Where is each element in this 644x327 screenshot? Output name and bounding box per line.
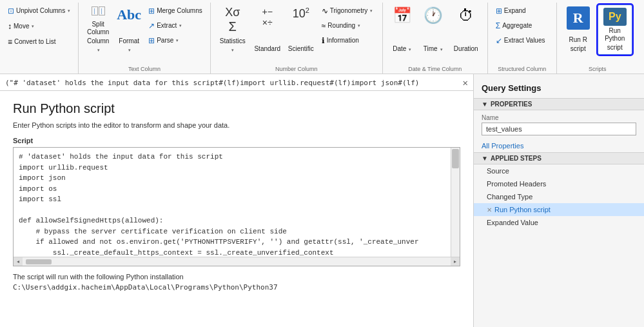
python-path: C:\Users\addgix.hacheim\AppData\Local\Pr… (0, 282, 473, 293)
scroll-left-button[interactable]: ◂ (14, 257, 23, 266)
r-script-icon: R (567, 6, 590, 30)
step-expanded-value[interactable]: Expanded Value (474, 216, 644, 229)
time-icon: 🕐 (424, 6, 443, 25)
ribbon: ⊡ Unpivot Columns ▾ ↕ Move ▾ ≡ Convert t… (0, 0, 644, 74)
aggregate-button[interactable]: Σ Aggregate (493, 19, 551, 33)
information-button[interactable]: ℹ Information (319, 34, 377, 48)
ribbon-group-transform: ⊡ Unpivot Columns ▾ ↕ Move ▾ ≡ Convert t… (0, 3, 79, 74)
duration-button[interactable]: ⏱ Duration (450, 4, 482, 55)
right-sidebar: Query Settings ▼ PROPERTIES Name All Pro… (473, 74, 644, 327)
time-dropdown-arrow: ▾ (440, 47, 443, 52)
statistics-button[interactable]: XσΣ Statistics ▾ (216, 4, 249, 55)
scientific-button[interactable]: 102 Scientific (286, 4, 317, 55)
ribbon-group-number-column: XσΣ Statistics ▾ +−×÷ Standard 102 Scien… (211, 3, 383, 74)
applied-steps-section-header: ▼ APPLIED STEPS (474, 152, 644, 164)
scrollbar-thumb-v (452, 149, 459, 168)
query-settings-title: Query Settings (474, 79, 644, 98)
rounding-dropdown-arrow: ▾ (358, 23, 360, 28)
step-expanded-label: Expanded Value (487, 219, 538, 226)
applied-steps-list: Source Promoted Headers Changed Type ✕ R… (474, 164, 644, 229)
trigonometry-button[interactable]: ∿ Trigonometry ▾ (319, 4, 377, 18)
dialog-description: Enter Python scripts into the editor to … (0, 121, 473, 137)
unpivot-dropdown-arrow: ▾ (68, 8, 70, 14)
aggregate-icon: Σ (496, 21, 500, 30)
merge-columns-button[interactable]: ⊞ Merge Columns (146, 4, 205, 18)
trig-icon: ∿ (322, 6, 328, 15)
main-area: Run Python script Enter Python scripts i… (0, 74, 644, 327)
install-note: The script will run with the following P… (0, 266, 473, 282)
rounding-icon: ≈ (322, 21, 326, 30)
move-button[interactable]: ↕ Move ▾ (5, 19, 63, 34)
ribbon-group-scripts: R Run R script Py Run Python script Scri… (557, 3, 638, 74)
split-dropdown-arrow: ▾ (97, 48, 100, 52)
rounding-button[interactable]: ≈ Rounding ▾ (319, 19, 377, 33)
script-editor[interactable] (14, 148, 460, 266)
applied-steps-collapse-icon: ▼ (482, 155, 488, 162)
script-label: Script (0, 137, 473, 147)
step-source[interactable]: Source (474, 164, 644, 177)
name-input[interactable] (482, 123, 636, 135)
all-properties-link[interactable]: All Properties (474, 139, 644, 152)
name-field: Name (474, 110, 644, 139)
move-dropdown-arrow: ▾ (32, 24, 34, 29)
parse-dropdown-arrow: ▾ (176, 38, 179, 43)
standard-icon: +−×÷ (262, 6, 273, 28)
extract-button[interactable]: ↗ Extract ▾ (146, 19, 205, 33)
run-python-script-button[interactable]: Py Run Python script (597, 4, 633, 55)
unpivot-columns-button[interactable]: ⊡ Unpivot Columns ▾ (5, 4, 73, 18)
scientific-icon: 102 (293, 6, 309, 21)
dialog-panel: Run Python script Enter Python scripts i… (0, 91, 473, 327)
step-promoted-headers[interactable]: Promoted Headers (474, 177, 644, 190)
extract-dropdown-arrow: ▾ (179, 23, 182, 28)
format-dropdown-arrow: ▾ (128, 48, 131, 52)
standard-button[interactable]: +−×÷ Standard (252, 4, 283, 55)
step-x-icon: ✕ (487, 206, 492, 213)
script-editor-container: ◂ ▸ (13, 147, 460, 266)
ribbon-group-structured: ⊞ Expand Σ Aggregate ↙ Extract Values St… (488, 3, 557, 74)
statistics-icon: XσΣ (225, 6, 240, 34)
step-changed-type[interactable]: Changed Type (474, 190, 644, 203)
step-changed-type-label: Changed Type (487, 193, 532, 201)
move-icon: ↕ (8, 22, 12, 31)
extract-icon: ↗ (148, 21, 155, 30)
statistics-dropdown-arrow: ▾ (231, 48, 234, 52)
step-run-python-script[interactable]: ✕ Run Python script (474, 203, 644, 216)
trig-dropdown-arrow: ▾ (370, 8, 373, 14)
date-button[interactable]: 📅 Date ▾ (388, 4, 416, 55)
scroll-right-button[interactable]: ▸ (451, 257, 460, 266)
time-button[interactable]: 🕐 Time ▾ (419, 4, 447, 55)
expand-button[interactable]: ⊞ Expand (493, 4, 551, 18)
duration-icon: ⏱ (458, 6, 474, 25)
properties-collapse-icon: ▼ (482, 101, 488, 108)
unpivot-icon: ⊡ (8, 6, 14, 15)
parse-button[interactable]: ⊞ Parse ▾ (146, 34, 205, 48)
scrollbar-track-h (23, 259, 451, 264)
step-run-python-label: Run Python script (494, 206, 551, 213)
expand-icon: ⊞ (496, 6, 502, 15)
formula-bar-close-button[interactable]: ✕ (463, 77, 468, 88)
extract-values-icon: ↙ (496, 36, 502, 45)
date-dropdown-arrow: ▾ (409, 47, 411, 52)
formula-bar: ("# 'dataset' holds the input data for t… (0, 74, 473, 91)
format-button[interactable]: Abc Format ▾ (115, 4, 143, 55)
format-icon: Abc (117, 6, 141, 23)
convert-to-list-button[interactable]: ≡ Convert to List (5, 35, 63, 49)
convert-list-icon: ≡ (8, 37, 12, 46)
dialog-title: Run Python script (0, 91, 473, 121)
name-label: Name (482, 114, 636, 121)
python-script-icon: Py (603, 8, 627, 26)
properties-section-header: ▼ PROPERTIES (474, 98, 644, 110)
split-column-button[interactable]: | | Split Column Column ▾ (84, 4, 112, 55)
step-promoted-label: Promoted Headers (487, 180, 546, 188)
split-column-icon: | | (92, 6, 105, 15)
scrollbar-vertical[interactable] (451, 148, 460, 266)
parse-icon: ⊞ (148, 36, 155, 45)
merge-icon: ⊞ (148, 6, 155, 15)
extract-values-button[interactable]: ↙ Extract Values (493, 34, 551, 48)
ribbon-group-datetime: 📅 Date ▾ 🕐 Time ▾ ⏱ Duration Date (383, 3, 488, 74)
scrollbar-thumb-h (26, 259, 52, 264)
info-icon: ℹ (322, 36, 325, 45)
scrollbar-horizontal[interactable]: ◂ ▸ (14, 257, 460, 266)
ribbon-group-text-column: | | Split Column Column ▾ Abc Format ▾ (79, 3, 211, 74)
run-r-script-button[interactable]: R Run R script (562, 4, 594, 55)
